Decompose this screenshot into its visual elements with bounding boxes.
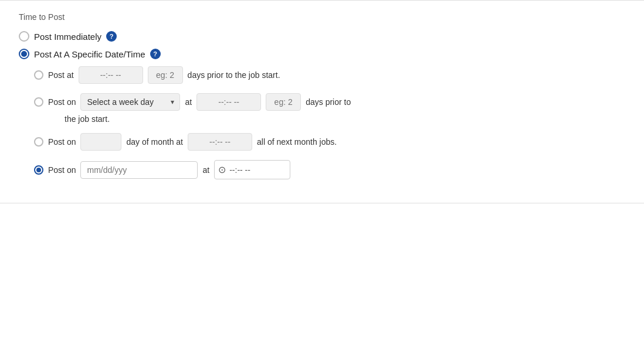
post-on-date-label: Post on: [48, 165, 76, 175]
post-specific-label: Post At A Specific Date/Time: [34, 49, 145, 59]
post-on-date-time-display[interactable]: ⊙ --:-- --: [214, 160, 290, 179]
post-at-time-input[interactable]: [79, 66, 143, 84]
section-body: Time to Post Post Immediately ? Post At …: [0, 1, 644, 203]
post-specific-row: Post At A Specific Date/Time ?: [19, 49, 625, 59]
post-immediately-radio[interactable]: [19, 31, 29, 42]
post-on-day-input[interactable]: [80, 133, 121, 151]
post-on-day-radio[interactable]: [34, 137, 43, 147]
post-at-suffix: days prior to the job start.: [188, 70, 280, 80]
post-on-weekday-suffix2: the job start.: [65, 114, 110, 124]
weekday-select-wrapper: Select a week day Monday Tuesday Wednesd…: [80, 93, 180, 111]
post-on-date-radio[interactable]: [34, 165, 43, 175]
bottom-divider: [0, 203, 644, 203]
weekday-select[interactable]: Select a week day Monday Tuesday Wednesd…: [80, 93, 180, 111]
post-on-date-row: Post on at ⊙ --:-- --: [34, 160, 625, 179]
post-immediately-help-icon[interactable]: ?: [106, 31, 117, 42]
post-at-radio[interactable]: [34, 70, 43, 80]
post-on-weekday-radio[interactable]: [34, 97, 43, 107]
clock-icon: ⊙: [218, 164, 226, 175]
post-on-weekday-eg-input[interactable]: [266, 93, 301, 111]
post-on-date-input[interactable]: [80, 161, 198, 179]
post-on-weekday-at: at: [185, 97, 192, 107]
section-title: Time to Post: [19, 12, 625, 22]
post-on-weekday-time-input[interactable]: [196, 93, 261, 111]
post-on-day-time-input[interactable]: [188, 133, 252, 151]
post-at-label: Post at: [48, 70, 74, 80]
post-on-day-mid: day of month at: [126, 137, 183, 147]
post-on-weekday-label: Post on: [48, 97, 76, 107]
post-on-day-label: Post on: [48, 137, 76, 147]
post-at-row: Post at days prior to the job start.: [34, 66, 625, 84]
post-on-weekday-line2: the job start.: [65, 114, 625, 124]
post-on-date-time-value: --:-- --: [229, 165, 250, 175]
post-on-day-row: Post on day of month at all of next mont…: [34, 133, 625, 151]
post-at-eg-input[interactable]: [148, 66, 183, 84]
post-on-date-at: at: [202, 165, 209, 175]
post-specific-radio[interactable]: [19, 49, 29, 59]
post-on-weekday-suffix1: days prior to: [306, 97, 351, 107]
post-on-weekday-container: Post on Select a week day Monday Tuesday…: [34, 93, 625, 124]
post-immediately-row: Post Immediately ?: [19, 31, 625, 42]
post-specific-help-icon[interactable]: ?: [150, 49, 161, 59]
post-on-weekday-row: Post on Select a week day Monday Tuesday…: [34, 93, 625, 111]
post-immediately-label: Post Immediately: [34, 32, 101, 42]
post-on-day-suffix: all of next month jobs.: [257, 137, 337, 147]
sub-options-container: Post at days prior to the job start. Pos…: [34, 66, 625, 179]
time-to-post-section: Time to Post Post Immediately ? Post At …: [0, 0, 644, 347]
